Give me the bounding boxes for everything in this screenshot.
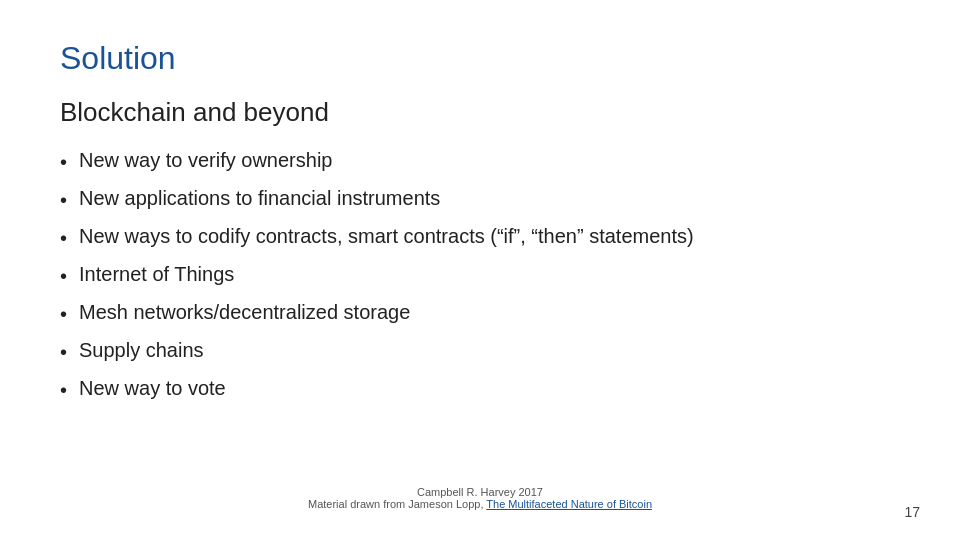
bullet-text: New ways to codify contracts, smart cont… — [79, 222, 900, 250]
bullet-text: Supply chains — [79, 336, 900, 364]
slide-title: Solution — [60, 40, 900, 77]
bullet-text: New applications to financial instrument… — [79, 184, 900, 212]
footer-line2: Material drawn from Jameson Lopp, The Mu… — [60, 498, 900, 510]
list-item: • New way to verify ownership — [60, 146, 900, 176]
slide-subtitle: Blockchain and beyond — [60, 97, 900, 128]
slide-footer: Campbell R. Harvey 2017 Material drawn f… — [60, 486, 900, 510]
slide-container: Solution Blockchain and beyond • New way… — [0, 0, 960, 540]
bullet-text: Internet of Things — [79, 260, 900, 288]
bullet-dot: • — [60, 224, 67, 252]
list-item: • New way to vote — [60, 374, 900, 404]
footer-link[interactable]: The Multifaceted Nature of Bitcoin — [486, 498, 652, 510]
bullet-list: • New way to verify ownership • New appl… — [60, 146, 900, 476]
list-item: • Internet of Things — [60, 260, 900, 290]
bullet-dot: • — [60, 186, 67, 214]
bullet-dot: • — [60, 148, 67, 176]
list-item: • New ways to codify contracts, smart co… — [60, 222, 900, 252]
list-item: • New applications to financial instrume… — [60, 184, 900, 214]
footer-line1: Campbell R. Harvey 2017 — [60, 486, 900, 498]
bullet-dot: • — [60, 338, 67, 366]
bullet-text: Mesh networks/decentralized storage — [79, 298, 900, 326]
bullet-dot: • — [60, 376, 67, 404]
bullet-text: New way to verify ownership — [79, 146, 900, 174]
bullet-text: New way to vote — [79, 374, 900, 402]
bullet-dot: • — [60, 262, 67, 290]
list-item: • Supply chains — [60, 336, 900, 366]
footer-line2-prefix: Material drawn from Jameson Lopp, — [308, 498, 486, 510]
page-number: 17 — [904, 504, 920, 520]
list-item: • Mesh networks/decentralized storage — [60, 298, 900, 328]
bullet-dot: • — [60, 300, 67, 328]
